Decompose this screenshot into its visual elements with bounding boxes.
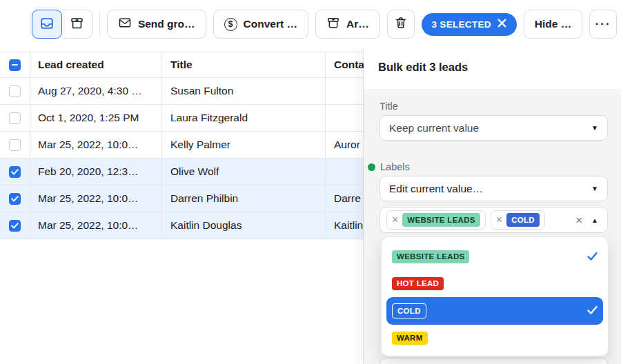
trash-icon (394, 16, 408, 32)
panel-title: Bulk edit 3 leads (364, 46, 621, 89)
label-chip: WARM (392, 332, 428, 345)
label-chip: COLD (506, 213, 540, 227)
tokens-container: ×WEBSITE LEADS ×COLD (386, 210, 545, 230)
hide-button[interactable]: Hide … (524, 10, 582, 39)
archive-button[interactable]: Ar… (315, 10, 380, 39)
labels-mode-select[interactable]: Edit current value… ▼ (379, 176, 608, 201)
label-option[interactable]: WEBSITE LEADS (382, 243, 608, 270)
chevron-down-icon: ▼ (591, 185, 598, 192)
check-icon (587, 305, 598, 317)
row-checkbox[interactable] (9, 166, 21, 178)
title-field-label: Title (379, 101, 608, 112)
lead-title-cell[interactable]: Laura Fitzgerald (162, 105, 326, 131)
options-container: WEBSITE LEADS HOT LEAD COLD WARM (382, 243, 608, 352)
labels-mode-value: Edit current value… (389, 183, 483, 195)
lead-title-cell[interactable]: Kaitlin Douglas (162, 212, 326, 239)
remove-token-icon[interactable]: × (496, 214, 502, 225)
label-chip: WEBSITE LEADS (392, 250, 469, 264)
lead-title-cell[interactable]: Darren Philbin (162, 185, 326, 212)
label-chip: WEBSITE LEADS (402, 213, 480, 227)
lead-created-cell: Mar 25, 2022, 10:0… (30, 132, 162, 158)
clear-selection-icon[interactable] (497, 19, 506, 30)
convert-button[interactable]: $ Convert … (213, 10, 308, 39)
indeterminate-icon (12, 64, 18, 66)
label-chip: HOT LEAD (392, 277, 444, 291)
row-checkbox[interactable] (9, 220, 21, 232)
archive-box-icon (326, 16, 340, 32)
label-chip: COLD (392, 303, 426, 318)
bulk-edit-panel: Bulk edit 3 leads Title Keep current val… (364, 46, 621, 364)
label-token[interactable]: ×WEBSITE LEADS (386, 210, 486, 230)
hide-label: Hide … (535, 18, 571, 30)
column-header-lead-created[interactable]: Lead created (30, 52, 162, 77)
send-group-email-label: Send gro… (138, 18, 195, 30)
changed-indicator-dot (368, 163, 375, 171)
title-select[interactable]: Keep current value ▼ (379, 115, 608, 141)
row-checkbox[interactable] (9, 139, 21, 151)
column-header-title[interactable]: Title (162, 52, 326, 77)
title-select-value: Keep current value (389, 122, 479, 134)
selected-count-badge[interactable]: 3 SELECTED (422, 13, 517, 36)
label-token[interactable]: ×COLD (491, 210, 545, 230)
labels-token-field[interactable]: ×WEBSITE LEADS ×COLD × ▲ (379, 207, 608, 233)
dollar-circle-icon: $ (224, 18, 237, 31)
lead-created-cell: Mar 25, 2022, 10:0… (30, 185, 162, 212)
lead-created-cell: Oct 1, 2020, 1:25 PM (30, 105, 162, 131)
label-option[interactable]: HOT LEAD (382, 270, 608, 297)
check-icon (587, 251, 598, 263)
archive-view-button[interactable] (62, 10, 92, 39)
envelope-icon (118, 16, 132, 32)
toolbar-divider (99, 11, 100, 37)
labels-dropdown: WEBSITE LEADS HOT LEAD COLD WARM (382, 237, 608, 356)
lead-created-cell: Feb 20, 2020, 12:3… (30, 159, 162, 185)
select-all-checkbox[interactable] (9, 59, 21, 71)
row-checkbox[interactable] (9, 85, 21, 97)
remove-token-icon[interactable]: × (392, 214, 398, 225)
delete-button[interactable] (387, 10, 415, 39)
archive-label: Ar… (346, 18, 369, 30)
row-checkbox[interactable] (9, 193, 21, 205)
chevron-up-icon[interactable]: ▲ (591, 216, 598, 224)
lead-title-cell[interactable]: Kelly Palmer (162, 132, 326, 158)
label-option[interactable]: COLD (386, 297, 603, 325)
view-toggle-group (32, 10, 92, 39)
more-options-icon: ··· (595, 17, 611, 31)
convert-label: Convert … (244, 18, 297, 30)
more-button[interactable]: ··· (589, 10, 617, 39)
label-option[interactable]: WARM (382, 325, 608, 352)
clear-all-icon[interactable]: × (575, 214, 582, 226)
next-field-partial (379, 358, 608, 364)
send-group-email-button[interactable]: Send gro… (107, 10, 206, 39)
lead-title-cell[interactable]: Olive Wolf (162, 159, 326, 185)
chevron-down-icon: ▼ (591, 124, 598, 132)
selected-count-label: 3 SELECTED (432, 19, 491, 30)
bulk-actions-toolbar: Send gro… $ Convert … Ar… 3 SELECTED Hid… (32, 0, 617, 48)
row-checkbox[interactable] (9, 112, 21, 124)
lead-title-cell[interactable]: Susan Fulton (162, 78, 326, 104)
lead-created-cell: Aug 27, 2020, 4:30 … (30, 78, 162, 104)
lead-created-cell: Mar 25, 2022, 10:0… (30, 212, 162, 239)
inbox-icon (39, 16, 55, 33)
inbox-view-button[interactable] (32, 10, 62, 39)
labels-field-label: Labels (380, 161, 410, 172)
archive-box-icon (70, 16, 84, 32)
